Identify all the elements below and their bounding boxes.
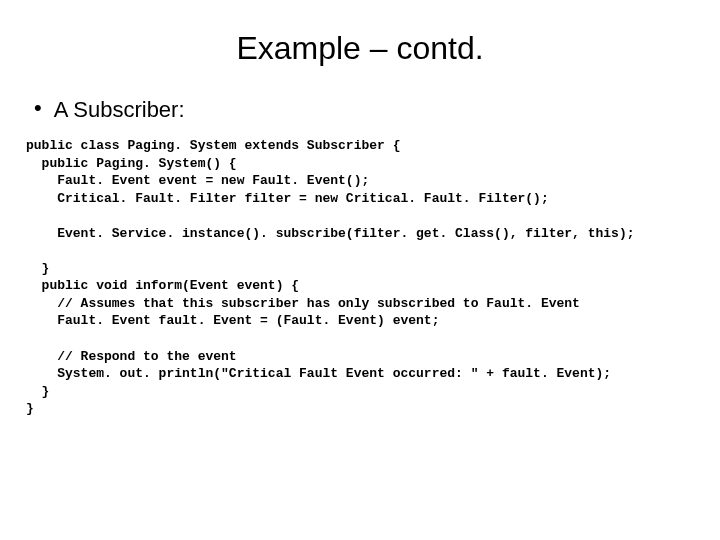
- slide-title: Example – contd.: [20, 30, 700, 67]
- bullet-item: • A Subscriber:: [34, 97, 700, 123]
- code-block: public class Paging. System extends Subs…: [26, 137, 700, 418]
- bullet-icon: •: [34, 97, 42, 119]
- bullet-text: A Subscriber:: [54, 97, 185, 123]
- slide: Example – contd. • A Subscriber: public …: [0, 0, 720, 438]
